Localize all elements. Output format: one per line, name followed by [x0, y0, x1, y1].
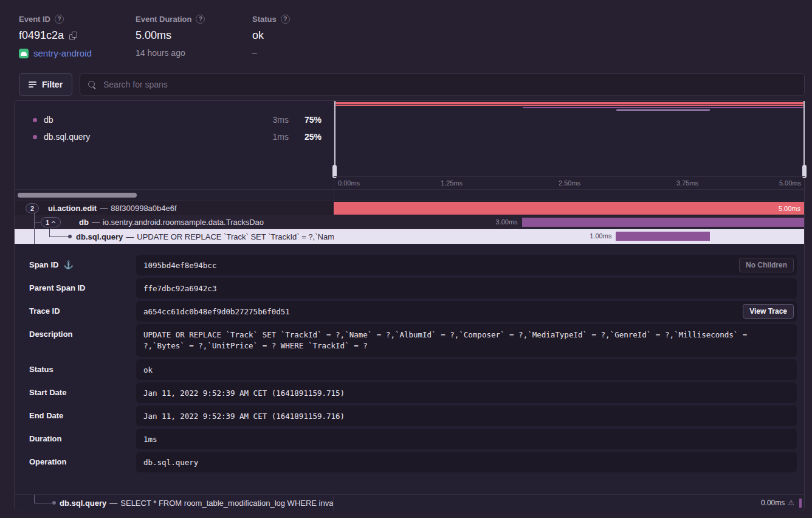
legend-duration: 3ms [260, 115, 289, 125]
event-duration-ago: 14 hours ago [136, 48, 185, 58]
detail-label-span-id: Span ID⚓ [29, 260, 74, 269]
tree-connector [34, 495, 35, 503]
span-group-count: 2 [30, 205, 34, 212]
event-id-field: Event ID ? f0491c2a sentry-android [19, 15, 92, 58]
detail-label-operation: Operation [29, 457, 66, 466]
detail-label-duration: Duration [29, 434, 61, 443]
help-icon[interactable]: ? [281, 15, 290, 24]
span-row-title: db.sql.query—SELECT * FROM room_table_mo… [60, 499, 334, 508]
tree-connector [34, 229, 35, 244]
detail-label-start-date: Start Date [29, 388, 66, 397]
axis-tick: 3.75ms [676, 179, 698, 187]
span-description: SELECT * FROM room_table_modification_lo… [120, 499, 334, 508]
legend-op-name: db.sql.query [44, 132, 260, 142]
tree-connector [34, 503, 52, 503]
tree-connector [34, 222, 41, 223]
separator: — [92, 218, 100, 227]
filter-icon [29, 81, 36, 88]
span-duration-label: 0.00ms ⚠ [761, 499, 794, 507]
span-duration-label: 5.00ms [779, 205, 800, 212]
minimap-span-line [616, 109, 710, 111]
detail-label-parent-span-id: Parent Span ID [29, 283, 85, 292]
separator: — [126, 232, 134, 241]
help-icon[interactable]: ? [55, 15, 64, 24]
detail-value-operation: db.sql.query [136, 452, 797, 472]
separator: — [109, 499, 117, 508]
search-icon [88, 81, 96, 89]
event-duration-field: Event Duration ? 5.00ms 14 hours ago [136, 15, 205, 58]
no-children-button[interactable]: No Children [739, 258, 794, 272]
span-row-title: ui.action.edit—88f300998a0b4e6f [48, 204, 177, 213]
event-duration-label: Event Duration [136, 15, 191, 24]
span-duration-bar[interactable] [616, 232, 710, 241]
span-group-pill[interactable]: 2 [26, 203, 39, 213]
legend-item-db-sql-query[interactable]: db.sql.query 1ms 25% [33, 131, 322, 143]
detail-value-description: UPDATE OR REPLACE `Track` SET `TrackId` … [136, 324, 797, 357]
span-op: db.sql.query [76, 232, 123, 241]
legend-percent: 75% [297, 115, 322, 125]
axis-tick: 1.25ms [441, 179, 463, 187]
span-duration-label: 1.00ms [590, 232, 611, 240]
axis-tick: 0.00ms [338, 179, 360, 187]
span-search[interactable] [80, 73, 805, 96]
separator: — [100, 204, 108, 213]
detail-value-span-id: 1095bd4ef8e94bcc No Children [136, 255, 797, 275]
span-row-db-sql-query-select[interactable]: db.sql.query—SELECT * FROM room_table_mo… [15, 494, 804, 511]
span-description: 88f300998a0b4e6f [111, 204, 176, 213]
filter-button-label: Filter [42, 80, 63, 89]
timeline-axis: 0.00ms 1.25ms 2.50ms 3.75ms 5.00ms [334, 176, 805, 189]
detail-value-parent-span-id: ffe7dbc92a6942c3 [136, 278, 797, 299]
span-group-count: 1 [46, 219, 49, 226]
span-duration-label: 3.00ms [496, 218, 518, 226]
detail-label-status: Status [29, 365, 53, 374]
axis-tick: 2.50ms [559, 179, 580, 187]
minimap-lines [335, 101, 803, 113]
anchor-icon[interactable]: ⚓ [63, 260, 73, 269]
legend-op-name: db [44, 115, 260, 125]
span-row-title: db—io.sentry.android.roomsample.data.Tra… [79, 218, 264, 227]
project-link[interactable]: sentry-android [33, 48, 92, 58]
status-label: Status [252, 15, 277, 24]
detail-label-end-date: End Date [29, 411, 63, 420]
span-op: ui.action.edit [48, 204, 97, 213]
legend-item-db[interactable]: db 3ms 75% [33, 114, 322, 126]
help-icon[interactable]: ? [196, 15, 205, 24]
status-value: ok [252, 29, 264, 42]
detail-value-end-date: Jan 11, 2022 9:52:39 AM CET (1641891159.… [136, 406, 797, 426]
event-duration-value: 5.00ms [136, 29, 171, 42]
span-op: db.sql.query [60, 499, 106, 508]
span-description: io.sentry.android.roomsample.data.Tracks… [103, 218, 264, 227]
span-duration-bar[interactable]: 5.00ms [334, 202, 804, 215]
tree-node-dot [68, 235, 72, 238]
span-row-db[interactable]: 1 db—io.sentry.android.roomsample.data.T… [15, 215, 804, 229]
detail-label-trace-id: Trace ID [29, 306, 60, 316]
span-group-pill[interactable]: 1 [41, 217, 61, 227]
minimap-span-line [523, 107, 803, 109]
search-input[interactable] [102, 79, 796, 90]
legend-dot [33, 135, 37, 139]
span-duration-bar[interactable] [799, 499, 802, 508]
detail-value-status: ok [136, 359, 797, 380]
span-row-db-sql-query-selected[interactable]: db.sql.query—UPDATE OR REPLACE `Track` S… [15, 229, 804, 244]
span-duration-bar[interactable] [522, 218, 804, 227]
chevron-up-icon [51, 221, 56, 224]
legend-duration: 1ms [260, 132, 289, 142]
legend-percent: 25% [297, 132, 322, 142]
filter-button[interactable]: Filter [19, 73, 72, 96]
view-trace-button[interactable]: View Trace [743, 304, 794, 319]
tree-scrollbar-track [15, 189, 804, 201]
detail-value-trace-id: a654cc61dc0b48ef9d0b27275b6f0d51 View Tr… [136, 301, 797, 322]
android-platform-icon [19, 49, 29, 58]
status-field: Status ? ok – [252, 15, 290, 58]
detail-value-start-date: Jan 11, 2022 9:52:39 AM CET (1641891159.… [136, 382, 797, 403]
copy-icon[interactable] [69, 32, 77, 40]
detail-value-duration: 1ms [136, 429, 797, 449]
span-op: db [79, 218, 89, 227]
trace-minimap[interactable] [334, 101, 805, 178]
tree-horizontal-scrollbar[interactable] [18, 193, 137, 198]
minimap-span-line [335, 102, 803, 104]
span-row-title: db.sql.query—UPDATE OR REPLACE `Track` S… [76, 232, 334, 241]
span-row-ui-action-edit[interactable]: 2 ui.action.edit—88f300998a0b4e6f 5.00ms [15, 201, 804, 215]
warning-icon: ⚠ [788, 499, 794, 507]
span-description: UPDATE OR REPLACE `Track` SET `TrackId` … [137, 232, 334, 241]
